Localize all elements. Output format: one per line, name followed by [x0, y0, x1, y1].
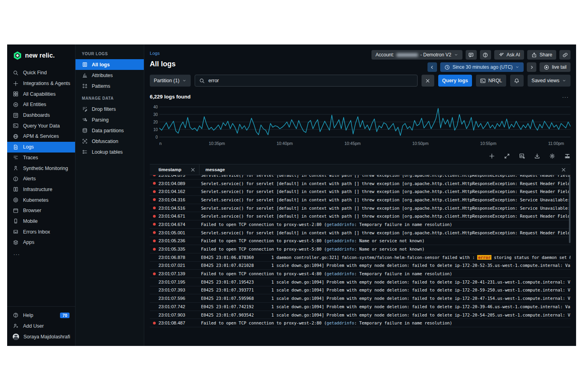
error-level-dot — [150, 248, 159, 251]
sidebar-item-infrastructure[interactable]: Infrastructure — [7, 184, 75, 195]
sidebar-item-apm-services[interactable]: APM & Services — [7, 131, 75, 142]
dropfilter-icon — [82, 106, 88, 112]
download-button[interactable] — [534, 153, 540, 159]
log-row[interactable]: 23:01:04.516Servlet.service() for servle… — [150, 204, 571, 212]
sidebar-item-mobile[interactable]: Mobile — [7, 216, 75, 227]
log-row[interactable]: 23:01:08.487Failed to open TCP connectio… — [150, 319, 571, 327]
feedback-button[interactable] — [466, 50, 477, 60]
account-selector[interactable]: Account: - Demotron V2 — [371, 50, 462, 60]
remove-message-column-button[interactable] — [561, 167, 567, 173]
query-bar: Partition (1) error Query logs NRQL Save… — [150, 75, 571, 87]
alert-condition-button[interactable] — [510, 75, 524, 87]
sidebar-footer-help[interactable]: Help70 — [7, 310, 75, 321]
log-row[interactable]: 23:01:07.195E0425 23:01:07.195423 1 scal… — [150, 278, 571, 286]
message-column-header[interactable]: message — [199, 167, 561, 172]
clear-search-button[interactable] — [422, 75, 434, 87]
log-row[interactable]: 23:01:06.878E0425 23:01:06.878360 1 daem… — [150, 253, 571, 262]
remove-timestamp-column-button[interactable] — [190, 167, 196, 173]
log-row[interactable]: 23:01:07.021E0425 23:01:07.021028 1 scal… — [150, 262, 571, 270]
subnav-item-attributes[interactable]: Attributes — [75, 70, 144, 81]
error-level-dot — [150, 190, 159, 193]
live-tail-button[interactable]: live tail — [540, 62, 571, 72]
time-forward-button[interactable] — [527, 62, 536, 72]
table-scrollbar[interactable] — [569, 176, 571, 243]
subnav-item-lookup-tables[interactable]: Lookup tables — [75, 147, 144, 157]
browser-icon — [13, 208, 19, 214]
subnav-item-label: Parsing — [92, 117, 108, 123]
new-relic-app-window: new relic. Quick FindIntegrations & Agen… — [7, 44, 576, 346]
sidebar-footer-soraya-majdolashrafi[interactable]: Soraya Majdolashrafi — [7, 331, 75, 342]
sidebar-item-label: Errors Inbox — [23, 229, 50, 235]
sidebar-footer-add-user[interactable]: Add User — [7, 321, 75, 331]
log-row[interactable]: 23:01:07.393E0425 23:01:07.393771 1 scal… — [150, 286, 571, 295]
log-row[interactable]: 23:01:04.674Failed to open TCP connectio… — [150, 220, 571, 229]
help-button[interactable] — [480, 50, 491, 60]
log-timestamp: 23:01:07.393 — [159, 288, 195, 292]
sidebar-item-logs[interactable]: Logs — [7, 142, 75, 153]
subnav-item-label: All logs — [92, 62, 110, 68]
sidebar-item-query-your-data[interactable]: Query Your Data — [7, 120, 75, 131]
sidebar-item-quick-find[interactable]: Quick Find — [7, 68, 75, 78]
log-row[interactable]: 23:01:07.596E0425 23:01:07.595968 1 scal… — [150, 294, 571, 303]
log-message: Servlet.service() for servlet [default] … — [195, 206, 571, 210]
subnav-item-parsing[interactable]: Parsing — [75, 114, 144, 125]
partition-selector[interactable]: Partition (1) — [150, 75, 191, 87]
log-row[interactable]: 23:01:04.075Servlet.service() for servle… — [150, 175, 571, 180]
timestamp-column-header[interactable]: timestamp — [159, 167, 190, 172]
log-row[interactable]: 23:01:04.316Servlet.service() for servle… — [150, 196, 571, 204]
expand-view-button[interactable] — [504, 153, 510, 159]
add-to-dashboard-button[interactable] — [519, 153, 525, 159]
share-button[interactable]: Share — [527, 50, 556, 60]
panel-menu-button[interactable]: ... — [562, 93, 569, 99]
subnav-item-patterns[interactable]: Patterns — [75, 81, 144, 91]
time-back-button[interactable] — [427, 62, 437, 72]
sidebar-item-all-entities[interactable]: All Entities — [7, 99, 75, 110]
log-timestamp: 23:01:04.075 — [159, 175, 195, 178]
sidebar-more[interactable]: ... — [7, 248, 75, 259]
log-row[interactable]: 23:01:07.903E0425 23:01:07.903542 1 scal… — [150, 311, 571, 319]
log-row[interactable]: 23:01:04.671Servlet.service() for servle… — [150, 212, 571, 220]
account-label: Account: — [375, 52, 394, 58]
breadcrumb[interactable]: Logs — [150, 44, 160, 56]
nrql-button[interactable]: NRQL — [476, 75, 506, 87]
sidebar-item-traces[interactable]: Traces — [7, 153, 75, 163]
add-column-button[interactable] — [489, 153, 495, 159]
table-view-options-button[interactable] — [564, 153, 571, 159]
sidebar-item-apps[interactable]: Apps — [7, 237, 75, 248]
log-message: Failed to open TCP connection to proxy-w… — [195, 247, 571, 251]
sidebar-item-browser[interactable]: Browser — [7, 205, 75, 216]
log-row[interactable]: 23:01:05.335Failed to open TCP connectio… — [150, 245, 571, 253]
permalink-button[interactable] — [559, 50, 571, 60]
y-tick-label: 20 — [153, 120, 158, 124]
sidebar-item-dashboards[interactable]: Dashboards — [7, 110, 75, 121]
new-relic-logo[interactable]: new relic. — [7, 44, 75, 68]
log-row[interactable]: 23:01:04.162Servlet.service() for servle… — [150, 187, 571, 196]
search-input[interactable]: error — [195, 75, 418, 87]
sidebar-item-alerts[interactable]: Alerts — [7, 174, 75, 184]
query-logs-button[interactable]: Query logs — [438, 75, 472, 87]
log-row[interactable]: 23:01:07.139Failed to open TCP connectio… — [150, 270, 571, 278]
log-row[interactable]: 23:01:04.089Servlet.service() for servle… — [150, 180, 571, 188]
log-row[interactable]: 23:01:05.001Servlet.service() for servle… — [150, 229, 571, 237]
sidebar-item-all-capabilities[interactable]: All Capabilities — [7, 89, 75, 99]
subnav-item-data-partitions[interactable]: Data partitions — [75, 125, 144, 136]
sidebar-item-errors-inbox[interactable]: Errors Inbox — [7, 226, 75, 237]
saved-views-button[interactable]: Saved views — [528, 75, 571, 87]
subnav-item-drop-filters[interactable]: Drop filters — [75, 104, 144, 114]
subnav-item-label: Patterns — [92, 83, 110, 89]
ask-ai-button[interactable]: Ask AI — [494, 50, 524, 60]
alert-icon — [13, 176, 19, 182]
log-message: Servlet.service() for servlet [default] … — [195, 175, 571, 178]
logs-subnav: YOUR LOGSAll logsAttributesPatternsMANAG… — [75, 44, 144, 346]
settings-button[interactable] — [549, 153, 555, 159]
chart-plot-area[interactable] — [159, 106, 571, 139]
log-row[interactable]: 23:01:07.742E0425 23:01:07.742192 1 scal… — [150, 303, 571, 311]
sidebar-item-synthetic-monitoring[interactable]: Synthetic Monitoring — [7, 163, 75, 174]
sidebar-item-kubernetes[interactable]: Kubernetes — [7, 195, 75, 205]
subnav-item-obfuscation[interactable]: Obfuscation — [75, 136, 144, 147]
avatar — [13, 334, 19, 340]
subnav-item-all-logs[interactable]: All logs — [75, 59, 144, 70]
sidebar-item-integrations-agents[interactable]: Integrations & Agents — [7, 78, 75, 89]
time-range-picker[interactable]: Since 30 minutes ago (UTC) — [440, 62, 524, 72]
log-row[interactable]: 23:01:05.236Failed to open TCP connectio… — [150, 237, 571, 245]
